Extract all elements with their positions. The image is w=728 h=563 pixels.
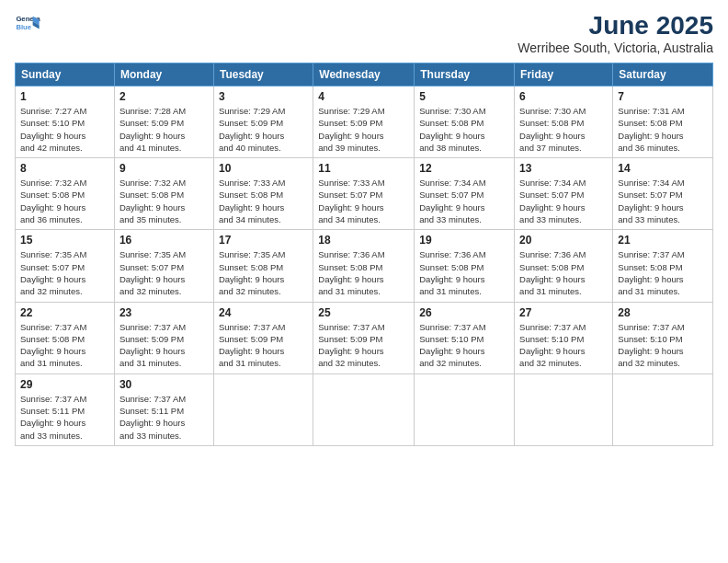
day-info: Sunrise: 7:33 AM Sunset: 5:07 PM Dayligh…	[318, 177, 409, 225]
calendar-cell: 4Sunrise: 7:29 AM Sunset: 5:09 PM Daylig…	[313, 86, 415, 158]
day-info: Sunrise: 7:37 AM Sunset: 5:08 PM Dayligh…	[20, 321, 109, 370]
day-info: Sunrise: 7:31 AM Sunset: 5:08 PM Dayligh…	[618, 105, 708, 154]
calendar-cell: 13Sunrise: 7:34 AM Sunset: 5:07 PM Dayli…	[515, 158, 613, 230]
day-info: Sunrise: 7:35 AM Sunset: 5:07 PM Dayligh…	[20, 248, 109, 297]
calendar-cell: 26Sunrise: 7:37 AM Sunset: 5:10 PM Dayli…	[415, 302, 515, 373]
day-number: 22	[20, 306, 109, 319]
calendar-cell: 8Sunrise: 7:32 AM Sunset: 5:08 PM Daylig…	[16, 158, 115, 230]
day-number: 7	[618, 90, 708, 103]
day-number: 14	[618, 162, 708, 175]
day-info: Sunrise: 7:37 AM Sunset: 5:11 PM Dayligh…	[20, 393, 109, 442]
calendar-cell: 22Sunrise: 7:37 AM Sunset: 5:08 PM Dayli…	[16, 302, 115, 373]
day-info: Sunrise: 7:28 AM Sunset: 5:09 PM Dayligh…	[119, 105, 209, 154]
location: Werribee South, Victoria, Australia	[518, 40, 713, 55]
day-info: Sunrise: 7:30 AM Sunset: 5:08 PM Dayligh…	[419, 105, 509, 154]
calendar-cell: 18Sunrise: 7:36 AM Sunset: 5:08 PM Dayli…	[313, 230, 415, 302]
day-info: Sunrise: 7:37 AM Sunset: 5:10 PM Dayligh…	[419, 321, 509, 370]
calendar-week-4: 22Sunrise: 7:37 AM Sunset: 5:08 PM Dayli…	[16, 302, 713, 373]
day-info: Sunrise: 7:37 AM Sunset: 5:11 PM Dayligh…	[119, 393, 209, 442]
day-info: Sunrise: 7:32 AM Sunset: 5:08 PM Dayligh…	[119, 177, 209, 225]
day-info: Sunrise: 7:29 AM Sunset: 5:09 PM Dayligh…	[219, 105, 308, 154]
calendar-cell: 23Sunrise: 7:37 AM Sunset: 5:09 PM Dayli…	[114, 302, 213, 373]
calendar-cell: 16Sunrise: 7:35 AM Sunset: 5:07 PM Dayli…	[114, 230, 213, 302]
day-number: 16	[119, 234, 209, 247]
calendar-header-thursday: Thursday	[415, 63, 515, 86]
calendar-week-5: 29Sunrise: 7:37 AM Sunset: 5:11 PM Dayli…	[16, 373, 713, 445]
page: General Blue June 2025 Werribee South, V…	[0, 0, 728, 563]
day-info: Sunrise: 7:36 AM Sunset: 5:08 PM Dayligh…	[419, 248, 509, 297]
day-number: 9	[119, 162, 209, 175]
calendar-header-saturday: Saturday	[613, 63, 713, 86]
day-info: Sunrise: 7:37 AM Sunset: 5:09 PM Dayligh…	[219, 321, 308, 370]
day-info: Sunrise: 7:32 AM Sunset: 5:08 PM Dayligh…	[20, 177, 109, 225]
day-number: 25	[318, 306, 409, 319]
calendar-header-row: SundayMondayTuesdayWednesdayThursdayFrid…	[16, 63, 713, 86]
day-info: Sunrise: 7:34 AM Sunset: 5:07 PM Dayligh…	[419, 177, 509, 225]
day-number: 1	[20, 90, 109, 103]
day-number: 24	[219, 306, 308, 319]
day-number: 12	[419, 162, 509, 175]
calendar-cell: 9Sunrise: 7:32 AM Sunset: 5:08 PM Daylig…	[114, 158, 213, 230]
day-info: Sunrise: 7:34 AM Sunset: 5:07 PM Dayligh…	[618, 177, 708, 225]
calendar-cell: 29Sunrise: 7:37 AM Sunset: 5:11 PM Dayli…	[16, 373, 115, 445]
logo-icon: General Blue	[15, 11, 40, 37]
calendar-header-tuesday: Tuesday	[213, 63, 313, 86]
day-info: Sunrise: 7:37 AM Sunset: 5:10 PM Dayligh…	[519, 321, 608, 370]
calendar-cell	[213, 373, 313, 445]
month-title: June 2025	[518, 11, 713, 40]
day-number: 4	[318, 90, 409, 103]
svg-text:Blue: Blue	[16, 23, 31, 31]
calendar-cell: 2Sunrise: 7:28 AM Sunset: 5:09 PM Daylig…	[114, 86, 213, 158]
calendar-week-3: 15Sunrise: 7:35 AM Sunset: 5:07 PM Dayli…	[16, 230, 713, 302]
header: General Blue June 2025 Werribee South, V…	[15, 11, 713, 55]
day-info: Sunrise: 7:37 AM Sunset: 5:10 PM Dayligh…	[618, 321, 708, 370]
day-number: 13	[519, 162, 608, 175]
calendar-header-monday: Monday	[114, 63, 213, 86]
day-number: 15	[20, 234, 109, 247]
calendar-header-friday: Friday	[515, 63, 613, 86]
calendar-cell: 15Sunrise: 7:35 AM Sunset: 5:07 PM Dayli…	[16, 230, 115, 302]
day-number: 2	[119, 90, 209, 103]
calendar-cell: 28Sunrise: 7:37 AM Sunset: 5:10 PM Dayli…	[613, 302, 713, 373]
calendar-cell: 10Sunrise: 7:33 AM Sunset: 5:08 PM Dayli…	[213, 158, 313, 230]
calendar-cell: 6Sunrise: 7:30 AM Sunset: 5:08 PM Daylig…	[515, 86, 613, 158]
day-info: Sunrise: 7:30 AM Sunset: 5:08 PM Dayligh…	[519, 105, 608, 154]
day-number: 18	[318, 234, 409, 247]
day-info: Sunrise: 7:33 AM Sunset: 5:08 PM Dayligh…	[219, 177, 308, 225]
day-info: Sunrise: 7:27 AM Sunset: 5:10 PM Dayligh…	[20, 105, 109, 154]
day-number: 23	[119, 306, 209, 319]
day-number: 20	[519, 234, 608, 247]
day-info: Sunrise: 7:35 AM Sunset: 5:07 PM Dayligh…	[119, 248, 209, 297]
calendar-cell: 25Sunrise: 7:37 AM Sunset: 5:09 PM Dayli…	[313, 302, 415, 373]
logo: General Blue	[15, 11, 40, 37]
calendar-header-sunday: Sunday	[16, 63, 115, 86]
calendar-cell: 14Sunrise: 7:34 AM Sunset: 5:07 PM Dayli…	[613, 158, 713, 230]
day-number: 29	[20, 378, 109, 391]
calendar-cell	[415, 373, 515, 445]
calendar-cell: 5Sunrise: 7:30 AM Sunset: 5:08 PM Daylig…	[415, 86, 515, 158]
day-number: 19	[419, 234, 509, 247]
day-info: Sunrise: 7:35 AM Sunset: 5:08 PM Dayligh…	[219, 248, 308, 297]
day-number: 17	[219, 234, 308, 247]
day-number: 6	[519, 90, 608, 103]
day-info: Sunrise: 7:37 AM Sunset: 5:09 PM Dayligh…	[119, 321, 209, 370]
calendar-cell: 17Sunrise: 7:35 AM Sunset: 5:08 PM Dayli…	[213, 230, 313, 302]
calendar-cell: 27Sunrise: 7:37 AM Sunset: 5:10 PM Dayli…	[515, 302, 613, 373]
calendar-cell: 21Sunrise: 7:37 AM Sunset: 5:08 PM Dayli…	[613, 230, 713, 302]
day-info: Sunrise: 7:29 AM Sunset: 5:09 PM Dayligh…	[318, 105, 409, 154]
day-number: 28	[618, 306, 708, 319]
title-block: June 2025 Werribee South, Victoria, Aust…	[518, 11, 713, 55]
calendar-week-1: 1Sunrise: 7:27 AM Sunset: 5:10 PM Daylig…	[16, 86, 713, 158]
calendar-week-2: 8Sunrise: 7:32 AM Sunset: 5:08 PM Daylig…	[16, 158, 713, 230]
calendar-header-wednesday: Wednesday	[313, 63, 415, 86]
day-number: 5	[419, 90, 509, 103]
calendar-table: SundayMondayTuesdayWednesdayThursdayFrid…	[15, 63, 713, 446]
day-number: 21	[618, 234, 708, 247]
calendar-cell: 3Sunrise: 7:29 AM Sunset: 5:09 PM Daylig…	[213, 86, 313, 158]
calendar-cell: 7Sunrise: 7:31 AM Sunset: 5:08 PM Daylig…	[613, 86, 713, 158]
calendar-cell: 12Sunrise: 7:34 AM Sunset: 5:07 PM Dayli…	[415, 158, 515, 230]
day-number: 27	[519, 306, 608, 319]
day-number: 3	[219, 90, 308, 103]
calendar-cell: 1Sunrise: 7:27 AM Sunset: 5:10 PM Daylig…	[16, 86, 115, 158]
day-info: Sunrise: 7:37 AM Sunset: 5:09 PM Dayligh…	[318, 321, 409, 370]
